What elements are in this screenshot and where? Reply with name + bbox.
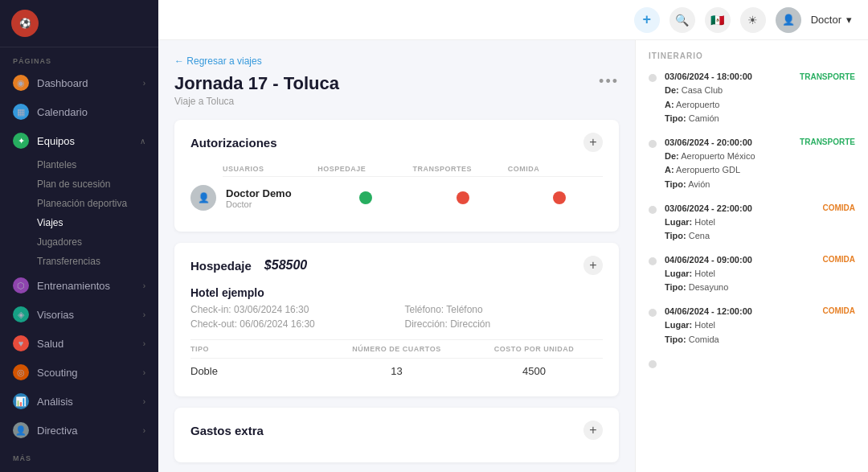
chevron-entrenamientos: › xyxy=(143,281,145,290)
theme-toggle[interactable]: ☀ xyxy=(740,7,766,33)
itinerary-title: ITINERARIO xyxy=(649,51,855,60)
checkin-value: 03/06/2024 16:30 xyxy=(234,304,309,315)
chevron-salud: › xyxy=(143,339,145,348)
itinerary-detail-3: Lugar: Hotel Tipo: Cena xyxy=(665,215,855,244)
itinerary-time-row-2: 03/06/2024 - 20:00:00 TRANSPORTE xyxy=(665,137,855,147)
analisis-icon: 📊 xyxy=(13,393,29,409)
itinerary-badge-2: TRANSPORTE xyxy=(800,137,855,146)
itinerary-time-2: 03/06/2024 - 20:00:00 xyxy=(665,137,752,147)
itinerary-content-4: 04/06/2024 - 09:00:00 COMIDA Lugar: Hote… xyxy=(665,255,855,295)
sidebar-item-calendario[interactable]: ▦ Calendario xyxy=(0,97,158,126)
sidebar-item-dashboard[interactable]: ◉ Dashboard › xyxy=(0,68,158,97)
itinerary-detail-5: Lugar: Hotel Tipo: Comida xyxy=(665,318,855,347)
auth-table-header: USUARIOS HOSPEDAJE TRANSPORTES COMIDA xyxy=(223,162,603,177)
sidebar-item-scouting[interactable]: ◎ Scouting › xyxy=(0,358,158,387)
itinerary-time-3: 03/06/2024 - 22:00:00 xyxy=(665,203,752,213)
itinerary-item-2: 03/06/2024 - 20:00:00 TRANSPORTE De: Aer… xyxy=(649,137,855,192)
telefono-value: Teléfono xyxy=(446,304,482,315)
sidebar-item-salud[interactable]: ♥ Salud › xyxy=(0,329,158,358)
hotel-name: Hotel ejemplo xyxy=(190,286,603,299)
page-title: Jornada 17 - Toluca xyxy=(174,73,339,94)
sidebar-label-visorias: Visorias xyxy=(37,309,74,321)
sidebar-item-entrenamientos[interactable]: ⬡ Entrenamientos › xyxy=(0,271,158,300)
chevron-visorias: › xyxy=(143,310,145,319)
hospedaje-status-dot xyxy=(359,191,372,204)
chevron-equipos: ∧ xyxy=(140,137,145,146)
chevron-directiva: › xyxy=(143,426,145,435)
sidebar-item-configuracion[interactable]: ⚙ Configuración › xyxy=(0,466,158,472)
sidebar-label-entrenamientos: Entrenamientos xyxy=(37,280,110,292)
auth-user-role: Doctor xyxy=(226,199,313,209)
itinerary-item-4: 04/06/2024 - 09:00:00 COMIDA Lugar: Hote… xyxy=(649,255,855,295)
auth-name-col: Doctor Demo Doctor xyxy=(226,187,313,209)
itinerary-content-3: 03/06/2024 - 22:00:00 COMIDA Lugar: Hote… xyxy=(665,203,855,244)
itinerary-item-1: 03/06/2024 - 18:00:00 TRANSPORTE De: Cas… xyxy=(649,72,855,126)
page-header: Jornada 17 - Toluca Viaje a Toluca ••• xyxy=(174,73,619,107)
auth-transportes-dot xyxy=(420,191,506,204)
itinerary-dot-6 xyxy=(649,360,657,368)
scouting-icon: ◎ xyxy=(13,364,29,380)
itinerary-time-row-1: 03/06/2024 - 18:00:00 TRANSPORTE xyxy=(665,72,855,81)
chevron-scouting: › xyxy=(143,368,145,377)
hotel-table-row: Doble 13 4500 xyxy=(190,359,603,384)
auth-table-row: 👤 Doctor Demo Doctor xyxy=(190,177,603,219)
col-transportes: TRANSPORTES xyxy=(413,165,508,173)
itinerary-badge-1: TRANSPORTE xyxy=(800,72,855,81)
add-button[interactable]: + xyxy=(634,7,660,33)
sidebar-label-dashboard: Dashboard xyxy=(37,77,88,89)
sidebar-label-equipos: Equipos xyxy=(37,135,75,147)
chevron-dashboard: › xyxy=(143,79,145,88)
sidebar: ⚽ PÁGINAS ◉ Dashboard › ▦ Calendario ✦ E… xyxy=(0,0,158,472)
autorizaciones-add-button[interactable]: + xyxy=(583,133,603,152)
more-options-button[interactable]: ••• xyxy=(599,73,619,90)
sidebar-item-directiva[interactable]: 👤 Directiva › xyxy=(0,416,158,445)
sidebar-subitem-planteles[interactable]: Planteles xyxy=(0,155,158,174)
user-menu[interactable]: Doctor ▾ xyxy=(811,14,852,26)
autorizaciones-header: Autorizaciones + xyxy=(190,133,603,152)
content-area: ← Regresar a viajes Jornada 17 - Toluca … xyxy=(158,40,868,472)
itinerary-detail-1: De: Casa Club A: Aeropuerto Tipo: Camión xyxy=(665,84,855,126)
search-button[interactable]: 🔍 xyxy=(669,7,695,33)
col-comida: COMIDA xyxy=(508,165,603,173)
avatar: 👤 xyxy=(776,7,801,33)
sidebar-subitem-viajes[interactable]: Viajes xyxy=(0,213,158,232)
itinerary-detail-2: De: Aeropuerto México A: Aeropuerto GDL … xyxy=(665,150,855,192)
itinerary-dot-2 xyxy=(649,140,657,148)
itinerary-time-5: 04/06/2024 - 12:00:00 xyxy=(665,306,752,316)
col-cuartos: NÚMERO DE CUARTOS xyxy=(328,345,465,353)
auth-hospedaje-dot xyxy=(322,191,409,204)
user-label: Doctor xyxy=(811,14,841,26)
transportes-status-dot xyxy=(457,191,469,204)
sidebar-subitem-transferencias[interactable]: Transferencias xyxy=(0,252,158,271)
sidebar-item-analisis[interactable]: 📊 Análisis › xyxy=(0,387,158,416)
page-subtitle: Viaje a Toluca xyxy=(174,96,339,107)
checkout-value: 06/06/2024 16:30 xyxy=(240,318,314,330)
hospedaje-add-button[interactable]: + xyxy=(583,256,603,275)
sidebar-subitem-plan-sucesion[interactable]: Plan de sucesión xyxy=(0,174,158,194)
sidebar-section-mas: MÁS xyxy=(0,445,158,466)
sidebar-subitem-planeacion[interactable]: Planeación deportiva xyxy=(0,194,158,213)
sidebar-item-equipos[interactable]: ✦ Equipos ∧ xyxy=(0,126,158,155)
itinerary-badge-3: COMIDA xyxy=(822,203,855,212)
hospedaje-title: Hospedaje xyxy=(190,259,252,273)
itinerary-time-row-5: 04/06/2024 - 12:00:00 COMIDA xyxy=(665,306,855,316)
dashboard-icon: ◉ xyxy=(13,75,29,91)
hotel-checkout: Check-out: 06/06/2024 16:30 xyxy=(190,318,389,330)
chevron-analisis: › xyxy=(143,397,145,406)
visorias-icon: ◈ xyxy=(13,306,29,322)
sidebar-subitem-jugadores[interactable]: Jugadores xyxy=(0,232,158,252)
content-main: ← Regresar a viajes Jornada 17 - Toluca … xyxy=(158,40,635,472)
user-chevron: ▾ xyxy=(846,14,852,26)
itinerary-item-5: 04/06/2024 - 12:00:00 COMIDA Lugar: Hote… xyxy=(649,306,855,347)
auth-user-name: Doctor Demo xyxy=(226,187,313,199)
direccion-value: Dirección xyxy=(450,318,490,330)
comida-status-dot xyxy=(553,191,566,204)
sidebar-item-visorias[interactable]: ◈ Visorias › xyxy=(0,300,158,329)
room-cuartos: 13 xyxy=(328,365,465,377)
hotel-checkin: Check-in: 03/06/2024 16:30 xyxy=(190,304,389,315)
sidebar-logo: ⚽ xyxy=(0,0,158,47)
autorizaciones-card: Autorizaciones + USUARIOS HOSPEDAJE TRAN… xyxy=(174,120,619,232)
back-link[interactable]: ← Regresar a viajes xyxy=(174,55,262,67)
calendar-icon: ▦ xyxy=(13,104,29,120)
gastos-extra-add-button[interactable]: + xyxy=(583,421,603,440)
